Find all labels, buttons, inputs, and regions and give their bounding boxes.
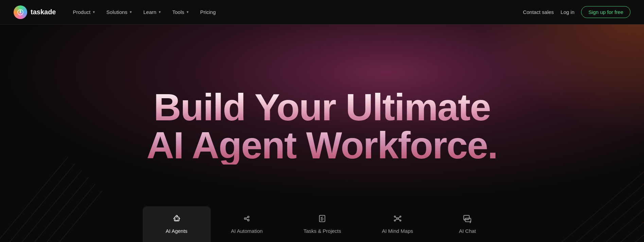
logo-icon	[14, 5, 27, 19]
chevron-down-icon: ▼	[92, 10, 95, 14]
signup-button[interactable]: Sign up for free	[581, 6, 630, 18]
svg-rect-17	[174, 217, 179, 221]
ai-agents-icon	[172, 214, 181, 225]
logo-text: taskade	[31, 8, 56, 16]
hero-tabs: AI Agents AI Automation	[0, 206, 644, 242]
tab-ai-mind-maps[interactable]: AI Mind Maps	[362, 206, 434, 242]
svg-line-36	[398, 219, 400, 220]
tab-ai-agents[interactable]: AI Agents	[143, 206, 211, 242]
tab-ai-chat[interactable]: AI Chat	[433, 206, 501, 242]
tab-ai-automation-label: AI Automation	[231, 228, 263, 234]
svg-line-23	[246, 218, 248, 218]
chevron-down-icon: ▼	[129, 10, 133, 14]
svg-point-40	[468, 219, 469, 220]
ai-chat-icon	[463, 214, 472, 225]
svg-line-34	[398, 217, 400, 218]
svg-point-19	[177, 219, 178, 219]
nav-item-product[interactable]: Product ▼	[68, 6, 101, 18]
tab-ai-automation[interactable]: AI Automation	[211, 206, 283, 242]
svg-point-18	[175, 219, 176, 219]
svg-line-35	[395, 219, 397, 220]
chevron-down-icon: ▼	[158, 10, 161, 14]
hero-title-line2: AI Agent Workforce.	[146, 126, 497, 165]
tab-ai-chat-label: AI Chat	[459, 228, 476, 234]
contact-sales-link[interactable]: Contact sales	[523, 9, 554, 15]
chevron-down-icon: ▼	[186, 10, 189, 14]
hero-title-line1: Build Your Ultimate	[146, 88, 497, 126]
nav-item-pricing[interactable]: Pricing	[195, 6, 221, 18]
tab-ai-mind-maps-label: AI Mind Maps	[382, 228, 413, 234]
tasks-projects-icon	[317, 214, 327, 225]
svg-line-33	[395, 217, 397, 218]
nav-right: Contact sales Log in Sign up for free	[523, 6, 630, 18]
svg-point-39	[467, 219, 467, 220]
svg-rect-37	[464, 215, 469, 220]
ai-automation-icon	[242, 214, 251, 225]
tab-tasks-projects-label: Tasks & Projects	[303, 228, 341, 234]
tab-ai-agents-label: AI Agents	[166, 228, 187, 234]
nav-item-tools[interactable]: Tools ▼	[168, 6, 194, 18]
logo[interactable]: taskade	[14, 5, 56, 19]
login-link[interactable]: Log in	[561, 9, 575, 15]
nav-links: Product ▼ Solutions ▼ Learn ▼ Tools ▼ Pr…	[68, 6, 523, 18]
ai-mind-maps-icon	[393, 214, 402, 225]
navbar: taskade Product ▼ Solutions ▼ Learn ▼ To…	[0, 0, 644, 24]
svg-rect-25	[319, 215, 325, 222]
nav-item-solutions[interactable]: Solutions ▼	[102, 6, 137, 18]
nav-item-learn[interactable]: Learn ▼	[139, 6, 166, 18]
svg-point-1	[20, 10, 21, 12]
hero-content: Build Your Ultimate AI Agent Workforce.	[133, 88, 511, 165]
svg-line-24	[246, 219, 248, 220]
hero-section: Build Your Ultimate AI Agent Workforce. …	[0, 0, 644, 242]
tab-tasks-projects[interactable]: Tasks & Projects	[283, 206, 362, 242]
